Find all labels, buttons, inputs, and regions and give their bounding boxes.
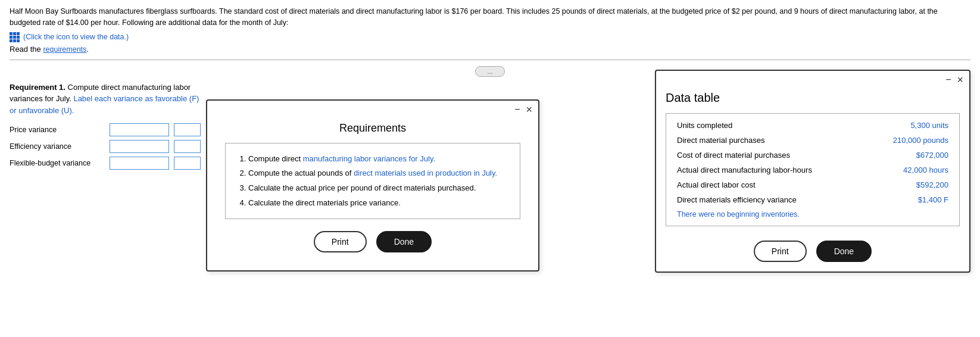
value-dm-eff-var: $1,400 F	[918, 195, 948, 204]
req-item-3: Calculate the actual price per pound of …	[248, 181, 508, 196]
req-done-button[interactable]: Done	[376, 231, 432, 252]
data-done-button[interactable]: Done	[816, 241, 872, 262]
data-row-dm-eff-var: Direct materials efficiency variance $1,…	[677, 195, 948, 204]
read-text: Read the	[10, 45, 41, 54]
grid-icon[interactable]	[10, 32, 20, 42]
main-area: Requirement 1. Compute direct manufactur…	[10, 82, 970, 174]
req-modal-close[interactable]: ×	[526, 104, 532, 115]
price-variance-flag[interactable]	[174, 123, 201, 136]
req-modal-body: Compute direct manufacturing labor varia…	[207, 137, 538, 271]
flexible-budget-variance-row: Flexible-budget variance	[10, 157, 201, 170]
req-modal-header: − ×	[207, 101, 538, 117]
value-labor-cost: $592,200	[916, 180, 948, 189]
left-panel: Requirement 1. Compute direct manufactur…	[10, 82, 207, 174]
price-variance-label: Price variance	[10, 126, 105, 134]
req-item-1: Compute direct manufacturing labor varia…	[248, 152, 508, 167]
label-cost-dm: Cost of direct material purchases	[677, 151, 790, 160]
efficiency-variance-flag[interactable]	[174, 140, 201, 153]
req-item-4: Calculate the direct materials price var…	[248, 196, 508, 211]
requirements-modal: − × Requirements Compute direct manufact…	[206, 99, 539, 272]
efficiency-variance-label: Efficiency variance	[10, 142, 105, 151]
price-variance-input[interactable]	[110, 123, 169, 136]
variance-table: Price variance Efficiency variance Flexi…	[10, 123, 201, 170]
label-units: Units completed	[677, 121, 732, 130]
data-row-units: Units completed 5,300 units	[677, 121, 948, 130]
label-labor-hours: Actual direct manufacturing labor-hours	[677, 166, 812, 174]
label-dm-eff-var: Direct materials efficiency variance	[677, 195, 797, 204]
data-row-dm-purchases: Direct material purchases 210,000 pounds	[677, 136, 948, 145]
price-variance-row: Price variance	[10, 123, 201, 136]
read-requirements-row: Read the requirements.	[10, 45, 970, 54]
label-labor-cost: Actual direct labor cost	[677, 180, 756, 189]
icon-link-row: (Click the icon to view the data.)	[10, 32, 970, 42]
data-table-modal: − × Data table Units completed 5,300 uni…	[655, 70, 970, 273]
label-dm-purchases: Direct material purchases	[677, 136, 764, 145]
req-modal-footer: Print Done	[225, 231, 520, 258]
flexible-budget-flag[interactable]	[174, 157, 201, 170]
intro-text: Half Moon Bay Surfboards manufactures fi…	[10, 6, 950, 29]
data-modal-close[interactable]: ×	[957, 74, 963, 85]
req-print-button[interactable]: Print	[314, 231, 367, 252]
data-modal-footer: Print Done	[656, 235, 969, 272]
data-note: There were no beginning inventories.	[677, 210, 948, 219]
value-cost-dm: $672,000	[916, 151, 948, 160]
data-table-box: Units completed 5,300 units Direct mater…	[666, 113, 960, 226]
requirement-heading: Requirement 1. Compute direct manufactur…	[10, 82, 201, 117]
data-print-button[interactable]: Print	[754, 241, 807, 262]
data-row-cost-dm: Cost of direct material purchases $672,0…	[677, 151, 948, 160]
req-list: Compute direct manufacturing labor varia…	[238, 152, 508, 211]
req-item-2: Compute the actual pounds of direct mate…	[248, 166, 508, 181]
data-modal-minimize[interactable]: −	[945, 75, 951, 85]
value-dm-purchases: 210,000 pounds	[893, 136, 948, 145]
flexible-budget-input[interactable]	[110, 157, 169, 170]
efficiency-variance-row: Efficiency variance	[10, 140, 201, 153]
req-list-box: Compute direct manufacturing labor varia…	[225, 143, 520, 220]
value-units: 5,300 units	[910, 121, 948, 130]
efficiency-variance-input[interactable]	[110, 140, 169, 153]
req-modal-title: Requirements	[207, 117, 538, 137]
requirements-link[interactable]: requirements	[43, 45, 86, 54]
value-labor-hours: 42,000 hours	[903, 166, 948, 174]
data-row-labor-cost: Actual direct labor cost $592,200	[677, 180, 948, 189]
icon-link-text[interactable]: (Click the icon to view the data.)	[23, 33, 129, 41]
expand-button[interactable]: ...	[475, 66, 505, 77]
req-bold: Requirement 1.	[10, 83, 65, 92]
data-row-labor-hours: Actual direct manufacturing labor-hours …	[677, 166, 948, 174]
data-modal-title: Data table	[656, 85, 969, 108]
req-modal-minimize[interactable]: −	[514, 105, 520, 114]
flexible-budget-label: Flexible-budget variance	[10, 159, 105, 167]
section-divider	[10, 60, 970, 60]
data-modal-header: − ×	[656, 71, 969, 85]
